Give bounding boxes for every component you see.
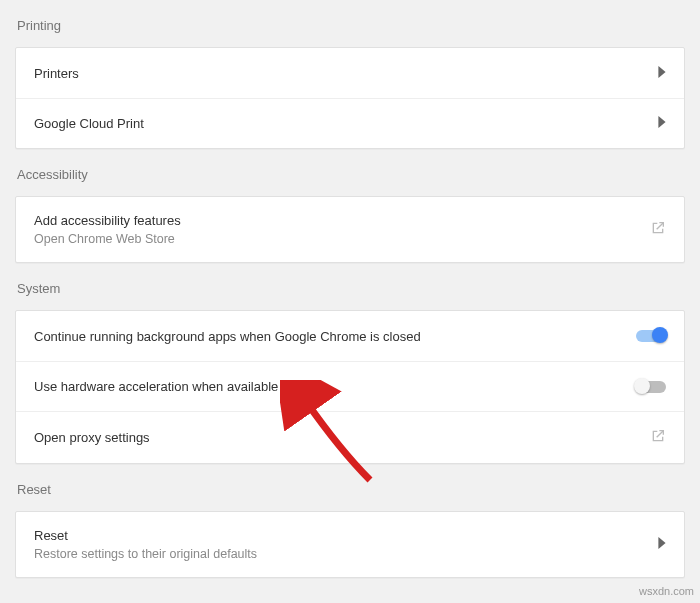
add-accessibility-sub: Open Chrome Web Store	[34, 232, 181, 246]
chevron-right-icon	[658, 116, 666, 131]
hardware-acceleration-label: Use hardware acceleration when available	[34, 379, 278, 394]
proxy-settings-label: Open proxy settings	[34, 430, 150, 445]
section-header-system: System	[15, 263, 685, 310]
reset-row[interactable]: Reset Restore settings to their original…	[16, 512, 684, 577]
external-link-icon	[650, 428, 666, 447]
section-header-printing: Printing	[15, 0, 685, 47]
system-card: Continue running background apps when Go…	[15, 310, 685, 464]
google-cloud-print-label: Google Cloud Print	[34, 116, 144, 131]
reset-title: Reset	[34, 528, 257, 543]
printers-label: Printers	[34, 66, 79, 81]
google-cloud-print-row[interactable]: Google Cloud Print	[16, 98, 684, 148]
section-header-accessibility: Accessibility	[15, 149, 685, 196]
hardware-acceleration-toggle[interactable]	[636, 380, 666, 394]
chevron-right-icon	[658, 66, 666, 81]
reset-card: Reset Restore settings to their original…	[15, 511, 685, 578]
add-accessibility-title: Add accessibility features	[34, 213, 181, 228]
proxy-settings-row[interactable]: Open proxy settings	[16, 411, 684, 463]
reset-sub: Restore settings to their original defau…	[34, 547, 257, 561]
background-apps-toggle[interactable]	[636, 329, 666, 343]
watermark-text: wsxdn.com	[639, 585, 694, 597]
printers-row[interactable]: Printers	[16, 48, 684, 98]
section-header-reset: Reset	[15, 464, 685, 511]
external-link-icon	[650, 220, 666, 239]
printing-card: Printers Google Cloud Print	[15, 47, 685, 149]
add-accessibility-row[interactable]: Add accessibility features Open Chrome W…	[16, 197, 684, 262]
chevron-right-icon	[658, 537, 666, 552]
background-apps-row[interactable]: Continue running background apps when Go…	[16, 311, 684, 361]
accessibility-card: Add accessibility features Open Chrome W…	[15, 196, 685, 263]
background-apps-label: Continue running background apps when Go…	[34, 329, 421, 344]
hardware-acceleration-row[interactable]: Use hardware acceleration when available	[16, 361, 684, 411]
